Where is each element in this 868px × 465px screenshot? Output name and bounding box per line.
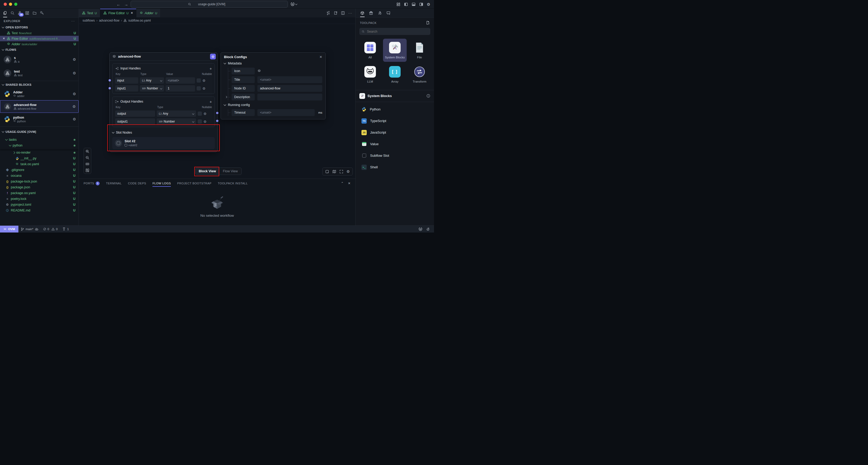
forward-icon[interactable]: → [124, 2, 128, 6]
extensions-view-icon[interactable] [25, 11, 29, 15]
settings-gear-icon[interactable]: ⚙ [427, 2, 430, 6]
assistant-menu[interactable] [290, 2, 297, 6]
title-value-input[interactable]: <unset> [257, 76, 322, 83]
info-icon[interactable] [426, 94, 430, 98]
timeout-value-input[interactable]: <unset> [257, 109, 315, 116]
key-input[interactable]: input1 [115, 85, 138, 91]
nullable-checkbox[interactable] [198, 119, 202, 124]
tab-code-deps[interactable]: CODE DEPS [128, 179, 146, 188]
secrets-view-icon[interactable] [40, 11, 44, 15]
tree-file-gitignore[interactable]: .gitignoreU [0, 167, 79, 173]
toggle-bottom-panel-icon[interactable] [412, 2, 415, 6]
block-view-button[interactable]: Block View [195, 168, 219, 175]
input-port-0[interactable] [108, 79, 112, 82]
value-input[interactable]: 1 [165, 85, 195, 91]
block-typescript[interactable]: TS TypeScript [356, 115, 434, 127]
key-input[interactable]: input [115, 77, 138, 84]
gift-tab-icon[interactable] [369, 11, 373, 15]
block-settings-icon[interactable]: ⚙ [72, 105, 76, 109]
toggle-right-panel-icon[interactable] [419, 2, 423, 6]
export-icon[interactable] [334, 11, 338, 15]
type-select[interactable]: {..} Any [157, 111, 196, 117]
compare-changes-icon[interactable] [326, 11, 330, 15]
type-select[interactable]: 123 Number [157, 118, 196, 125]
explorer-view-icon[interactable] [3, 11, 7, 15]
flow-settings-icon[interactable]: ⚙ [72, 71, 76, 75]
ports-status[interactable]: 1 [60, 228, 71, 231]
close-panel-icon[interactable]: ✕ [348, 181, 351, 185]
category-file[interactable]: File [408, 39, 431, 62]
breadcrumb[interactable]: subflows› advanced-flow› subflow.oo.yaml [79, 17, 355, 24]
back-icon[interactable]: ← [117, 2, 120, 6]
git-branch-status[interactable]: main* [19, 227, 40, 231]
search-view-icon[interactable] [10, 11, 14, 15]
tab-flow-editor[interactable]: Flow EditorU ✕ [100, 9, 136, 17]
category-transform[interactable]: Transform [408, 63, 431, 86]
notifications-bell-icon[interactable] [426, 227, 430, 231]
flows-view-icon[interactable]: 38 [18, 11, 22, 15]
tree-folder-tasks[interactable]: tasks [0, 137, 79, 143]
node-id-value-input[interactable]: advanced-flow [257, 85, 322, 92]
tree-file-package-lock[interactable]: {} package-lock.jsonU [0, 179, 79, 184]
maximize-window-button[interactable] [14, 3, 17, 6]
handle-settings-icon[interactable]: ⚙ [203, 87, 206, 90]
project-tree-header[interactable]: USAGE-GUIDE [OVM] [0, 129, 79, 135]
remote-indicator[interactable]: OVM [0, 226, 19, 233]
canvas-settings-icon[interactable]: ⚙ [346, 169, 350, 174]
nullable-checkbox[interactable] [198, 112, 202, 116]
shared-block-python[interactable]: python python ⚙ [0, 113, 79, 125]
tab-flow-logs[interactable]: FLOW LOGS [152, 179, 171, 188]
tab-adder[interactable]: AdderU [136, 9, 161, 17]
tree-folder-python[interactable]: python [0, 143, 79, 148]
open-editor-adder[interactable]: Adder tasks/adder U [0, 41, 79, 47]
feedback-tab-icon[interactable] [386, 11, 390, 15]
maximize-panel-icon[interactable]: ⌃ [341, 181, 344, 185]
block-javascript[interactable]: JS JavaScript [356, 127, 434, 138]
zoom-in-icon[interactable] [86, 149, 89, 153]
tree-folder-oo-render[interactable]: oo-render [0, 150, 79, 155]
block-settings-icon[interactable]: ⚙ [72, 92, 76, 96]
tab-ports[interactable]: PORTS 1 [84, 179, 100, 188]
value-input[interactable]: <unset> [165, 77, 195, 84]
add-output-button[interactable]: + [210, 100, 212, 104]
block-value[interactable]: Value [356, 138, 434, 150]
block-python[interactable]: Python [356, 104, 434, 115]
minimize-window-button[interactable] [9, 3, 12, 6]
category-array[interactable]: [ ] Array [383, 63, 407, 86]
toolpack-search-box[interactable] [359, 28, 430, 35]
flows-header[interactable]: FLOWS [0, 47, 79, 53]
block-configs-panel[interactable]: Block Configs ✕ Metadata Icon [221, 52, 326, 119]
slot-node-item[interactable]: Slot #2 +slot#2 [112, 137, 215, 149]
nullable-checkbox[interactable] [197, 86, 201, 90]
tab-project-bootstrap[interactable]: PROJECT BOOTSTRAP [177, 179, 212, 188]
handle-settings-icon[interactable]: ⚙ [204, 112, 207, 116]
shared-block-adder[interactable]: Adder adder ⚙ [0, 88, 79, 100]
input-port-1[interactable] [108, 87, 112, 90]
tree-file-oocana[interactable]: ≡ oocanaU [0, 173, 79, 179]
category-llm[interactable]: LLM [358, 63, 382, 86]
handle-settings-icon[interactable]: ⚙ [203, 79, 206, 83]
explorer-more-icon[interactable]: ··· [71, 20, 75, 23]
flow-canvas[interactable]: advanced-flow ⚙ Input Handles + Key Type [79, 24, 355, 179]
handle-settings-icon[interactable]: ⚙ [204, 120, 207, 124]
close-tab-icon[interactable]: ✕ [131, 11, 133, 15]
open-editor-test[interactable]: Test flows/test U [0, 30, 79, 36]
metadata-group-header[interactable]: Metadata [224, 61, 322, 66]
open-editor-flow-editor[interactable]: ✕ Flow Editor subflows/advanced-fl... U [0, 36, 79, 41]
shared-block-advanced-flow[interactable]: advanced-flow advanced-flow ⚙ [0, 100, 79, 113]
rocket-tab-icon[interactable] [378, 11, 382, 15]
node-settings-button[interactable]: ⚙ [210, 54, 216, 59]
command-search-box[interactable] [131, 1, 288, 8]
tree-file-package-json[interactable]: {} package.jsonU [0, 184, 79, 190]
layout-customize-icon[interactable] [396, 2, 400, 6]
tab-toolpack-install[interactable]: TOOLPACK INSTALL [218, 179, 248, 188]
chevron-right-icon[interactable] [225, 96, 227, 98]
tree-file-task-oo-yaml[interactable]: task.oo.yamlU [0, 161, 79, 167]
close-window-button[interactable] [4, 3, 7, 6]
problems-status[interactable]: 0 0 [41, 228, 60, 231]
block-shell[interactable]: >_ Shell [356, 162, 434, 173]
new-toolpack-icon[interactable] [426, 21, 430, 25]
tab-terminal[interactable]: TERMINAL [106, 179, 122, 188]
nullable-checkbox[interactable] [197, 78, 201, 83]
toolpack-search-input[interactable] [367, 29, 428, 34]
